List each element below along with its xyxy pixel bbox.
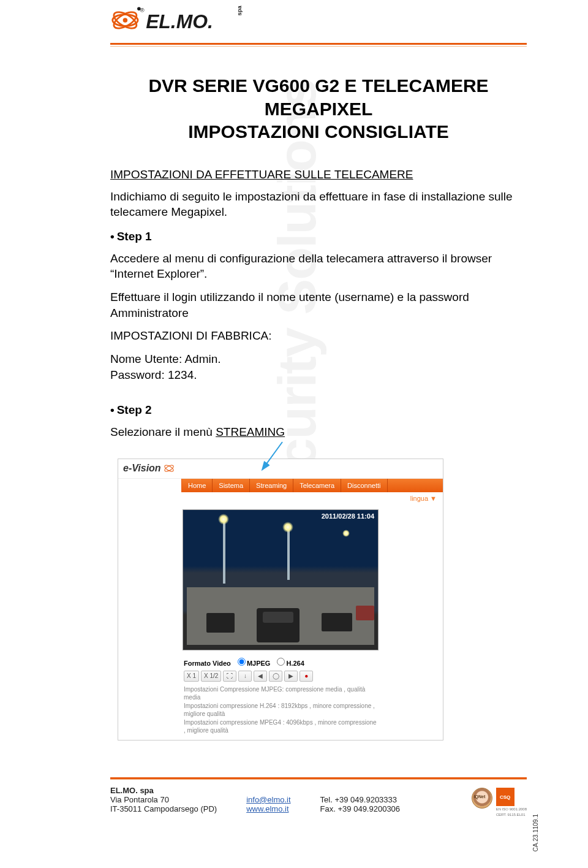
svg-text:EL.MO.: EL.MO. — [146, 10, 213, 32]
iso-line-1: EN ISO 9001:2008 — [496, 807, 527, 812]
svg-text:®: ® — [140, 7, 145, 13]
step-2-text: Selezionare il menù — [110, 425, 216, 438]
footer-links: info@elmo.it www.elmo.it — [246, 786, 290, 813]
email-link[interactable]: info@elmo.it — [246, 795, 290, 804]
zoom-x1-button[interactable]: X 1 — [184, 671, 199, 682]
language-selector[interactable]: lingua ▼ — [118, 492, 443, 506]
step-1-heading: Step 1 — [110, 230, 527, 243]
footer-rule — [110, 777, 527, 780]
camera-ui-menu: Home Sistema Streaming Telecamera Discon… — [118, 479, 443, 492]
snapshot-button[interactable]: ◯ — [269, 671, 282, 682]
menu-home[interactable]: Home — [182, 479, 213, 492]
title-line-2: IMPOSTAZIONI CONSIGLIATE — [188, 121, 449, 142]
header-rule-thick — [110, 43, 527, 45]
certification-badges: CSQ EN ISO 9001:2008 CERT. 9115.EL01 — [472, 788, 527, 817]
page-content: ® EL.MO. spa DVR SERIE VG600 G2 E TELECA… — [0, 0, 588, 740]
svg-text:spa: spa — [236, 6, 243, 16]
fullscreen-button[interactable]: ⛶ — [223, 671, 236, 682]
record-button[interactable]: ● — [300, 671, 313, 682]
address-line-1: Via Pontarola 70 — [110, 795, 217, 804]
step-2-menu-name: STREAMING — [216, 425, 285, 438]
camera-ui-brand-text: e-Vision — [123, 463, 161, 473]
callout-arrow-icon — [259, 441, 284, 471]
video-preview: 2011/02/28 11:04 — [183, 509, 379, 650]
video-controls: Formato Video MJPEG H.264 X 1 X 1/2 ⛶ ↓ … — [183, 653, 379, 737]
zoom-x12-button[interactable]: X 1/2 — [201, 671, 221, 682]
title-line-1: DVR SERIE VG600 G2 E TELECAMERE MEGAPIXE… — [148, 75, 488, 119]
down-button[interactable]: ↓ — [238, 671, 252, 682]
step-1-password: Password: 1234. — [110, 367, 527, 383]
compression-info-h264: Impostazioni compressione H.264 : 8192kb… — [184, 702, 377, 718]
next-button[interactable]: ▶ — [284, 671, 298, 682]
format-label: Formato Video — [184, 660, 231, 667]
video-button-row: X 1 X 1/2 ⛶ ↓ ◀ ◯ ▶ ● — [184, 671, 377, 682]
video-format-row: Formato Video MJPEG H.264 — [184, 658, 377, 667]
step-1-p3: IMPOSTAZIONI DI FABBRICA: — [110, 328, 527, 344]
intro-paragraph: Indichiamo di seguito le impostazioni da… — [110, 189, 527, 220]
step-1-username: Nome Utente: Admin. — [110, 351, 527, 367]
menu-spacer — [118, 479, 182, 492]
tel-line: Tel. +39 049.9203333 — [320, 795, 400, 804]
footer: EL.MO. spa Via Pontarola 70 IT-35011 Cam… — [110, 786, 527, 813]
header: ® EL.MO. spa — [110, 0, 527, 43]
step-1-p2: Effettuare il login utilizzando il nome … — [110, 289, 527, 321]
svg-line-8 — [263, 442, 282, 469]
address-line-2: IT-35011 Campodarsego (PD) — [110, 804, 217, 813]
menu-disconnetti[interactable]: Disconnetti — [341, 479, 387, 492]
prev-button[interactable]: ◀ — [254, 671, 267, 682]
format-h264-radio[interactable] — [277, 658, 285, 666]
csq-badge-icon: CSQ — [496, 788, 514, 806]
svg-point-3 — [123, 18, 128, 23]
step-2-p1: Selezionare il menù STREAMING — [110, 424, 527, 440]
embedded-screenshot: e-Vision Home Sistema Streaming Telecame… — [118, 459, 443, 740]
company-name: EL.MO. spa — [110, 786, 217, 795]
compression-info-mjpeg: Impostazioni Compressione MJPEG: compres… — [184, 685, 377, 702]
format-mjpeg-radio[interactable] — [238, 658, 246, 666]
footer-phones: Tel. +39 049.9203333 Fax. +39 049.920030… — [320, 786, 400, 813]
iqnet-badge-icon — [472, 788, 492, 809]
format-h264-label: H.264 — [286, 660, 304, 667]
compression-info-mpeg4: Impostazioni compressione MPEG4 : 4096kb… — [184, 718, 377, 735]
web-link[interactable]: www.elmo.it — [246, 804, 288, 813]
fax-line: Fax. +39 049.9200306 — [320, 804, 400, 813]
menu-streaming[interactable]: Streaming — [250, 479, 293, 492]
step-1-p1: Accedere al menu di configurazione della… — [110, 251, 527, 282]
document-title: DVR SERIE VG600 G2 E TELECAMERE MEGAPIXE… — [110, 74, 527, 143]
camera-ui-logo: e-Vision — [123, 463, 175, 474]
menu-sistema[interactable]: Sistema — [213, 479, 250, 492]
iso-line-2: CERT. 9115.EL01 — [496, 813, 527, 817]
footer-address: EL.MO. spa Via Pontarola 70 IT-35011 Cam… — [110, 786, 217, 813]
brand-logo: ® EL.MO. spa — [110, 2, 260, 39]
section-heading: IMPOSTAZIONI DA EFFETTUARE SULLE TELECAM… — [110, 168, 527, 181]
video-timestamp: 2011/02/28 11:04 — [322, 512, 374, 520]
document-code: CA.23.1109.1 — [532, 814, 539, 851]
atom-icon — [164, 463, 175, 474]
step-2-heading: Step 2 — [110, 403, 527, 417]
menu-telecamera[interactable]: Telecamera — [293, 479, 341, 492]
format-mjpeg-label: MJPEG — [247, 660, 271, 667]
header-rule-thin — [110, 46, 527, 47]
